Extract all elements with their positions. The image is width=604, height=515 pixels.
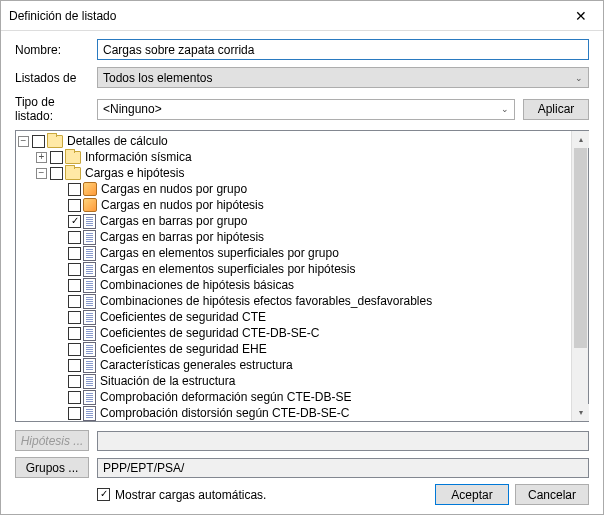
checkbox[interactable] xyxy=(68,247,81,260)
node-label: Detalles de cálculo xyxy=(66,134,168,148)
document-icon xyxy=(83,246,96,261)
dialog-content: Nombre: Listados de Todos los elementos … xyxy=(1,31,603,515)
document-icon xyxy=(83,230,96,245)
node-label: Información sísmica xyxy=(84,150,192,164)
checkbox[interactable] xyxy=(68,279,81,292)
tree-panel: − Detalles de cálculo + Información sísm… xyxy=(15,130,589,422)
name-input[interactable] xyxy=(97,39,589,60)
document-icon xyxy=(83,310,96,325)
scroll-down-icon[interactable]: ▾ xyxy=(572,404,589,421)
show-auto-loads-checkbox[interactable] xyxy=(97,488,110,501)
checkbox[interactable] xyxy=(68,215,81,228)
groups-field: PPP/EPT/PSA/ xyxy=(97,458,589,478)
tree-leaf[interactable]: Cargas en elementos superficiales por gr… xyxy=(18,245,588,261)
listing-type-label: Tipo de listado: xyxy=(15,95,97,123)
tree-leaf[interactable]: Combinaciones de hipótesis efectos favor… xyxy=(18,293,588,309)
tree-leaf[interactable]: Cargas en nudos por grupo xyxy=(18,181,588,197)
document-icon xyxy=(83,262,96,277)
node-label: Coeficientes de seguridad EHE xyxy=(99,342,267,356)
node-label: Coeficientes de seguridad CTE-DB-SE-C xyxy=(99,326,319,340)
close-button[interactable]: ✕ xyxy=(558,1,603,30)
tree-leaf[interactable]: Comprobación deformación según CTE-DB-SE xyxy=(18,389,588,405)
accept-button[interactable]: Aceptar xyxy=(435,484,509,505)
scroll-up-icon[interactable]: ▴ xyxy=(572,131,589,148)
folder-icon xyxy=(65,151,81,164)
tree-leaf[interactable]: Cargas en elementos superficiales por hi… xyxy=(18,261,588,277)
checkbox[interactable] xyxy=(32,135,45,148)
document-icon xyxy=(83,214,96,229)
checkbox[interactable] xyxy=(50,151,63,164)
tree-leaf[interactable]: Situación de la estructura xyxy=(18,373,588,389)
listings-of-select[interactable]: Todos los elementos ⌄ xyxy=(97,67,589,88)
listing-type-select[interactable]: <Ninguno> ⌄ xyxy=(97,99,515,120)
document-icon xyxy=(83,358,96,373)
checkbox[interactable] xyxy=(68,375,81,388)
collapse-icon[interactable]: − xyxy=(36,168,47,179)
checkbox[interactable] xyxy=(68,391,81,404)
tree-node-loads[interactable]: − Cargas e hipótesis xyxy=(18,165,588,181)
node-label: Comprobación distorsión según CTE-DB-SE-… xyxy=(99,406,349,420)
checkbox[interactable] xyxy=(68,327,81,340)
item-icon xyxy=(83,198,97,212)
checkbox[interactable] xyxy=(68,183,81,196)
node-label: Cargas en barras por grupo xyxy=(99,214,247,228)
window-title: Definición de listado xyxy=(9,9,116,23)
scrollbar-vertical[interactable]: ▴ ▾ xyxy=(571,131,588,421)
tree-leaf[interactable]: Cargas en nudos por hipótesis xyxy=(18,197,588,213)
listing-type-value: <Ninguno> xyxy=(103,102,162,116)
tree-leaf[interactable]: Comprobación distorsión según CTE-DB-SE-… xyxy=(18,405,588,421)
node-label: Cargas en elementos superficiales por hi… xyxy=(99,262,355,276)
checkbox[interactable] xyxy=(68,263,81,276)
hypothesis-button[interactable]: Hipótesis ... xyxy=(15,430,89,451)
node-label: Características generales estructura xyxy=(99,358,293,372)
checkbox[interactable] xyxy=(50,167,63,180)
checkbox[interactable] xyxy=(68,295,81,308)
chevron-down-icon: ⌄ xyxy=(575,73,583,83)
document-icon xyxy=(83,390,96,405)
checkbox[interactable] xyxy=(68,199,81,212)
tree-leaf[interactable]: Coeficientes de seguridad CTE-DB-SE-C xyxy=(18,325,588,341)
tree-leaf[interactable]: Características generales estructura xyxy=(18,357,588,373)
tree-leaf[interactable]: Cargas en barras por grupo xyxy=(18,213,588,229)
checkbox[interactable] xyxy=(68,407,81,420)
folder-icon xyxy=(65,167,81,180)
document-icon xyxy=(83,294,96,309)
scroll-thumb[interactable] xyxy=(574,148,587,348)
checkbox[interactable] xyxy=(68,231,81,244)
node-label: Cargas en nudos por grupo xyxy=(100,182,247,196)
tree-leaf[interactable]: Cargas en barras por hipótesis xyxy=(18,229,588,245)
item-icon xyxy=(83,182,97,196)
tree-leaf[interactable]: Coeficientes de seguridad EHE xyxy=(18,341,588,357)
listings-of-value: Todos los elementos xyxy=(103,71,212,85)
tree-leaf[interactable]: Coeficientes de seguridad CTE xyxy=(18,309,588,325)
chevron-down-icon: ⌄ xyxy=(501,104,509,114)
name-label: Nombre: xyxy=(15,43,97,57)
document-icon xyxy=(83,374,96,389)
node-label: Comprobación deformación según CTE-DB-SE xyxy=(99,390,351,404)
checkbox[interactable] xyxy=(68,359,81,372)
node-label: Combinaciones de hipótesis efectos favor… xyxy=(99,294,432,308)
folder-icon xyxy=(47,135,63,148)
close-icon: ✕ xyxy=(575,8,587,24)
listings-of-label: Listados de xyxy=(15,71,97,85)
tree[interactable]: − Detalles de cálculo + Información sísm… xyxy=(16,131,588,421)
node-label: Cargas en elementos superficiales por gr… xyxy=(99,246,339,260)
node-label: Combinaciones de hipótesis básicas xyxy=(99,278,294,292)
tree-node-seismic[interactable]: + Información sísmica xyxy=(18,149,588,165)
title-bar: Definición de listado ✕ xyxy=(1,1,603,31)
checkbox[interactable] xyxy=(68,343,81,356)
hypothesis-field xyxy=(97,431,589,451)
document-icon xyxy=(83,406,96,421)
document-icon xyxy=(83,278,96,293)
apply-button[interactable]: Aplicar xyxy=(523,99,589,120)
tree-leaf[interactable]: Combinaciones de hipótesis básicas xyxy=(18,277,588,293)
node-label: Cargas e hipótesis xyxy=(84,166,184,180)
groups-button[interactable]: Grupos ... xyxy=(15,457,89,478)
checkbox[interactable] xyxy=(68,311,81,324)
node-label: Cargas en nudos por hipótesis xyxy=(100,198,264,212)
expand-icon[interactable]: + xyxy=(36,152,47,163)
collapse-icon[interactable]: − xyxy=(18,136,29,147)
cancel-button[interactable]: Cancelar xyxy=(515,484,589,505)
tree-node-root[interactable]: − Detalles de cálculo xyxy=(18,133,588,149)
node-label: Situación de la estructura xyxy=(99,374,235,388)
